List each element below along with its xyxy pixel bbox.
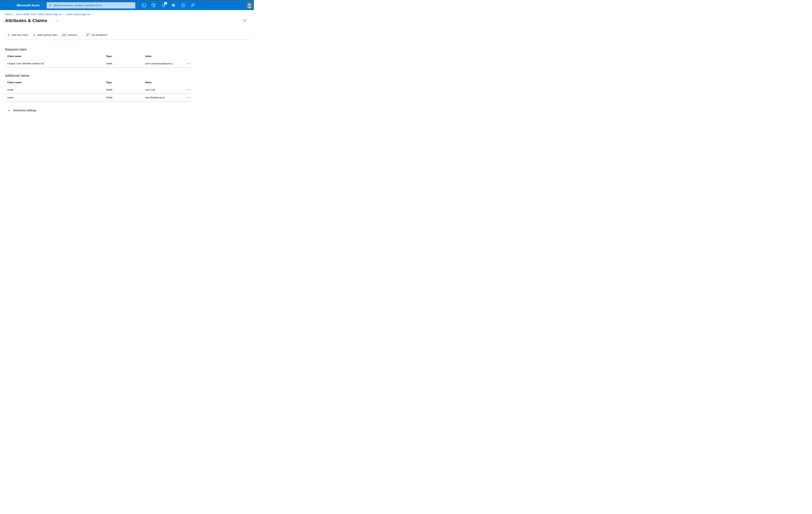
svg-text:?: ? <box>182 4 183 6</box>
got-feedback-label: Got feedback? <box>91 33 108 36</box>
breadcrumb-saml-signon[interactable]: SAML-based Sign-on <box>66 13 90 16</box>
row-more-options-icon[interactable] <box>186 97 191 99</box>
help-icon[interactable]: ? <box>181 3 185 8</box>
table-row[interactable]: name SAML user.displayname <box>5 94 191 102</box>
table-row[interactable]: email SAML user.mail <box>5 86 191 94</box>
required-claim-heading: Required claim <box>5 48 254 51</box>
column-header-type: Type <box>106 55 145 58</box>
table-header-row: Claim name Type Value <box>5 51 191 60</box>
search-icon <box>49 4 52 7</box>
claim-value-cell: user.userprincipalname [... <box>145 62 184 65</box>
hamburger-menu-icon[interactable] <box>4 4 7 7</box>
plus-icon <box>7 34 10 36</box>
brand-title[interactable]: Microsoft Azure <box>17 4 40 7</box>
required-claim-table: Claim name Type Value Unique User Identi… <box>5 51 191 67</box>
plus-icon <box>33 34 35 36</box>
more-options-icon[interactable] <box>55 20 59 22</box>
breadcrumb-home[interactable]: Home <box>5 13 12 16</box>
table-header-row: Claim name Type Value <box>5 78 191 86</box>
avatar[interactable] <box>246 2 253 8</box>
topbar: Microsoft Azure <box>0 0 254 10</box>
chevron-down-icon <box>8 110 10 111</box>
claim-name-cell: email <box>7 88 106 91</box>
table-row[interactable]: Unique User Identifier (Name ID) SAML us… <box>5 60 191 67</box>
claim-name-cell: Unique User Identifier (Name ID) <box>7 62 106 65</box>
feedback-icon[interactable] <box>191 3 195 8</box>
chevron-right-icon <box>63 13 65 15</box>
add-group-claim-button[interactable]: Add a group claim <box>33 33 57 36</box>
column-header-type: Type <box>106 81 145 84</box>
avatar-head <box>248 3 251 6</box>
row-more-options-icon[interactable] <box>186 89 191 91</box>
claim-value-cell: user.mail <box>145 88 184 91</box>
topbar-icons: 6 <box>142 3 195 8</box>
feedback-person-icon <box>86 33 90 37</box>
column-header-claim-name: Claim name <box>7 81 106 84</box>
chevron-right-icon <box>13 13 14 15</box>
claim-type-cell: SAML <box>106 88 145 91</box>
column-header-value: Value <box>145 81 184 84</box>
column-header-claim-name: Claim name <box>7 55 106 58</box>
avatar-body <box>247 7 252 8</box>
column-header-value: Value <box>145 55 184 58</box>
breadcrumb-app[interactable]: Azure SAML SSO | SAML-based Sign-on <box>16 13 62 16</box>
columns-button[interactable]: Columns <box>62 33 77 36</box>
settings-gear-icon[interactable] <box>171 3 176 8</box>
advanced-settings-toggle[interactable]: Advanced settings <box>8 109 36 112</box>
cloud-shell-icon[interactable] <box>142 3 146 8</box>
add-group-claim-label: Add a group claim <box>37 33 57 36</box>
global-search[interactable] <box>47 2 135 8</box>
close-icon[interactable] <box>243 19 247 23</box>
directory-filter-icon[interactable] <box>151 3 156 8</box>
notification-badge: 6 <box>164 2 167 5</box>
add-new-claim-button[interactable]: Add new claim <box>7 33 28 36</box>
add-new-claim-label: Add new claim <box>12 33 28 36</box>
claim-type-cell: SAML <box>106 96 145 99</box>
chevron-right-icon <box>92 13 93 15</box>
claim-value-cell: user.displayname <box>145 96 184 99</box>
advanced-settings-label: Advanced settings <box>13 109 36 112</box>
command-bar: Add new claim Add a group claim <box>7 32 249 37</box>
claim-type-cell: SAML <box>106 62 145 65</box>
page-title: Attributes & Claims <box>5 18 47 24</box>
columns-icon <box>62 34 66 36</box>
row-more-options-icon[interactable] <box>186 62 191 65</box>
got-feedback-button[interactable]: Got feedback? <box>86 33 108 37</box>
additional-claims-table: Claim name Type Value email SAML user.ma… <box>5 78 191 102</box>
notifications-bell-icon[interactable]: 6 <box>161 3 166 8</box>
additional-claims-heading: Additional claims <box>5 74 254 78</box>
azure-portal-attributes-claims: Microsoft Azure <box>0 0 254 129</box>
claim-name-cell: name <box>7 96 106 99</box>
search-input[interactable] <box>53 4 133 7</box>
breadcrumb: Home Azure SAML SSO | SAML-based Sign-on… <box>5 13 249 16</box>
title-row: Attributes & Claims <box>5 18 249 24</box>
columns-label: Columns <box>67 33 77 36</box>
